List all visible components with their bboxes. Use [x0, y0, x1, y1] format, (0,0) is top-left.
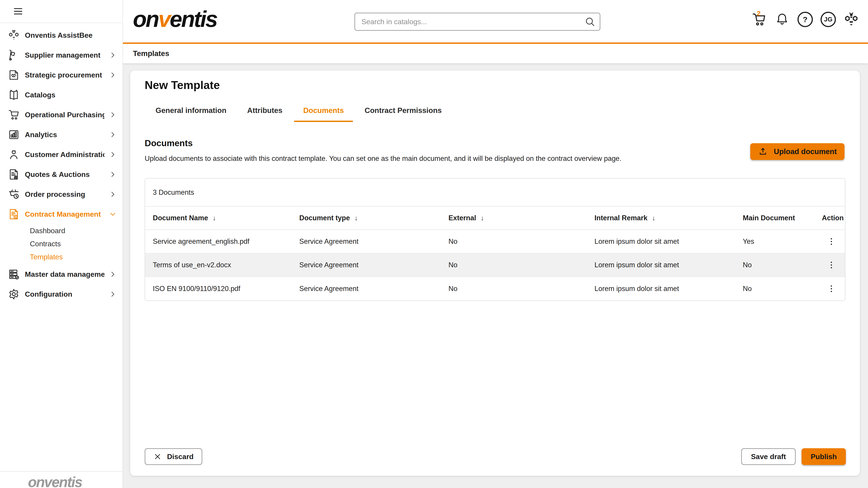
kebab-menu-icon[interactable]	[825, 235, 838, 248]
sidebar-item-analytics[interactable]: Analytics	[0, 125, 123, 144]
sidebar-item-customer-administration[interactable]: Customer Administration	[0, 144, 123, 164]
kebab-menu-icon[interactable]	[825, 258, 838, 272]
help-button[interactable]: ?	[798, 12, 813, 27]
cell-main-document: No	[743, 261, 822, 269]
tab-contract-permissions[interactable]: Contract Permissions	[355, 101, 451, 122]
sidebar-item-master-data-management[interactable]: Master data management	[0, 264, 123, 284]
sidebar-header	[0, 0, 123, 23]
column-header-internal-remark[interactable]: Internal Remark↓	[594, 214, 743, 222]
upload-icon	[758, 147, 768, 157]
table-header-row: Document Name↓Document type↓External↓Int…	[145, 206, 845, 230]
search-icon[interactable]	[584, 16, 596, 28]
tab-attributes[interactable]: Attributes	[238, 101, 291, 122]
kebab-menu-icon[interactable]	[825, 282, 838, 295]
chevron-right-icon	[110, 131, 116, 138]
column-header-document-name[interactable]: Document Name↓	[153, 214, 299, 222]
table-row: Service agreement_english.pdfService Agr…	[145, 230, 845, 254]
chevron-right-icon	[110, 52, 116, 59]
sidebar-item-templates[interactable]: Templates	[0, 250, 123, 263]
documents-table: 3 Documents Document Name↓Document type↓…	[145, 178, 845, 301]
sort-arrow-icon[interactable]: ↓	[480, 214, 484, 222]
table-body: Service agreement_english.pdfService Agr…	[145, 230, 845, 300]
tab-general-information[interactable]: General information	[147, 101, 236, 122]
cell-action	[822, 282, 845, 295]
cell-external: No	[448, 285, 594, 293]
sidebar-item-quotes-auctions[interactable]: Quotes & Auctions	[0, 164, 123, 184]
logo-part: entis	[170, 6, 217, 32]
cell-document-type: Service Agreement	[299, 285, 448, 293]
basket-clock-icon	[8, 188, 20, 200]
sidebar-menu: Onventis AssistBeeSupplier managementStr…	[0, 23, 123, 304]
save-draft-button[interactable]: Save draft	[741, 448, 796, 465]
user-avatar[interactable]: JG	[820, 12, 836, 27]
handshake-doc-icon	[8, 69, 20, 81]
question-mark-icon: ?	[803, 15, 808, 24]
column-header-action: Action	[822, 214, 845, 222]
tab-documents[interactable]: Documents	[294, 101, 353, 122]
sidebar-item-order-processing[interactable]: Order processing	[0, 184, 123, 204]
sidebar-item-configuration[interactable]: Configuration	[0, 284, 123, 304]
hamburger-menu-icon[interactable]	[12, 6, 24, 16]
bar-chart-icon	[8, 129, 20, 141]
cart-button[interactable]: 2	[751, 12, 767, 27]
assistbee-button[interactable]	[844, 12, 859, 27]
chevron-right-icon	[110, 111, 116, 118]
cell-internal-remark: Lorem ipsum dolor sit amet	[594, 261, 743, 269]
tab-bar: General informationAttributesDocumentsCo…	[147, 101, 451, 122]
sidebar-item-label: Supplier management	[25, 51, 104, 59]
sidebar-item-catalogs[interactable]: Catalogs	[0, 85, 123, 105]
sidebar-item-dashboard[interactable]: Dashboard	[0, 224, 123, 237]
catalog-search	[354, 13, 600, 31]
sidebar-item-contracts[interactable]: Contracts	[0, 237, 123, 250]
sidebar-item-label: Templates	[30, 253, 116, 261]
column-header-document-type[interactable]: Document type↓	[299, 214, 448, 222]
page-title: New Template	[145, 78, 220, 92]
table-row: Terms of use_en-v2.docxService Agreement…	[145, 254, 845, 277]
sort-arrow-icon[interactable]: ↓	[354, 214, 358, 222]
chevron-right-icon	[110, 151, 116, 158]
search-input[interactable]	[354, 13, 600, 31]
sidebar-item-contract-management[interactable]: §Contract Management	[0, 204, 123, 224]
column-header-label: External	[448, 214, 476, 222]
column-header-main-document: Main Document	[743, 214, 822, 222]
sort-arrow-icon[interactable]: ↓	[213, 214, 216, 222]
publish-button[interactable]: Publish	[802, 448, 846, 465]
notifications-button[interactable]	[774, 12, 790, 27]
column-header-label: Document Name	[153, 214, 208, 222]
sidebar-item-strategic-procurement[interactable]: Strategic procurement	[0, 65, 123, 85]
new-template-card: New Template General informationAttribut…	[130, 70, 860, 476]
table-row: ISO EN 9100/9110/9120.pdfService Agreeme…	[145, 277, 845, 300]
sidebar-item-label: Analytics	[25, 131, 104, 139]
logo-part: on	[133, 6, 158, 32]
bell-icon	[775, 12, 789, 27]
cell-internal-remark: Lorem ipsum dolor sit amet	[594, 237, 743, 246]
cart-badge: 2	[757, 9, 761, 17]
discard-button[interactable]: Discard	[145, 448, 202, 465]
sidebar-item-operational-purchasing[interactable]: Operational Purchasing	[0, 105, 123, 125]
sort-arrow-icon[interactable]: ↓	[652, 214, 655, 222]
breadcrumb-bar: Templates	[123, 44, 868, 63]
cart-icon	[8, 109, 20, 121]
sidebar-item-label: Contract Management	[25, 210, 104, 219]
cell-main-document: No	[743, 285, 822, 293]
chevron-down-icon	[110, 211, 116, 218]
sidebar-item-label: Configuration	[25, 290, 104, 298]
cell-internal-remark: Lorem ipsum dolor sit amet	[594, 285, 743, 293]
bee-icon	[8, 29, 20, 41]
column-header-external[interactable]: External↓	[448, 214, 594, 222]
logo-v: v	[158, 6, 170, 32]
sidebar-item-label: Dashboard	[30, 227, 116, 235]
hand-truck-icon	[8, 49, 20, 61]
sidebar-item-supplier-management[interactable]: Supplier management	[0, 45, 123, 65]
sidebar-item-onventis-assistbee[interactable]: Onventis AssistBee	[0, 25, 123, 45]
sidebar-item-label: Contracts	[30, 240, 116, 248]
avatar-initials: JG	[824, 16, 832, 23]
book-icon	[8, 89, 20, 101]
doc-percent-icon	[8, 168, 20, 181]
chevron-right-icon	[110, 291, 116, 297]
cell-external: No	[448, 237, 594, 246]
doc-paragraph-icon: §	[8, 208, 20, 220]
sidebar: Onventis AssistBeeSupplier managementStr…	[0, 0, 123, 488]
sidebar-item-label: Catalogs	[25, 91, 116, 99]
upload-document-button[interactable]: Upload document	[750, 143, 844, 160]
